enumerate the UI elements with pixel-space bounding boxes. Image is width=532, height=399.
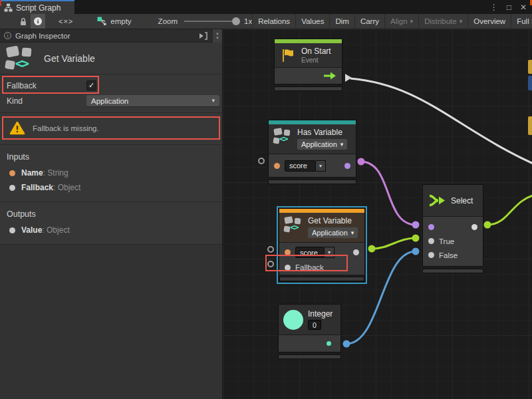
inspected-node-header: <> Get Variable (0, 43, 222, 74)
selection-output-port[interactable] (471, 224, 477, 230)
wire-endpoint-purple[interactable] (358, 158, 365, 166)
dim-button[interactable]: Dim (329, 14, 354, 29)
code-view-icon[interactable]: <×> (59, 17, 73, 25)
node-footer (274, 86, 342, 91)
wire-has-variable-to-select[interactable] (361, 162, 416, 225)
value-output-port[interactable] (353, 249, 359, 255)
overview-button[interactable]: Overview (467, 14, 511, 29)
unconnected-port-ring[interactable] (258, 158, 265, 164)
result-output-port[interactable] (344, 163, 350, 169)
wire-endpoint-blue[interactable] (412, 248, 420, 255)
variable-picker-button[interactable]: ▾ (325, 247, 334, 258)
node-footer (268, 180, 356, 184)
tab-title: Script Graph (16, 3, 61, 13)
inputs-section: Inputs Name: String Fallback: Object (0, 145, 222, 201)
unconnected-port-ring[interactable] (267, 261, 274, 267)
variables-icon: <> (284, 216, 303, 234)
carry-button[interactable]: Carry (354, 14, 384, 29)
wire-endpoint-green[interactable] (412, 235, 420, 242)
node-on-start[interactable]: On Start Event (274, 39, 342, 91)
chevron-down-icon: ▾ (351, 230, 354, 236)
false-port-label: False (439, 251, 458, 259)
kind-dropdown[interactable]: Application ▾ (86, 95, 219, 106)
window-tab-bar: Script Graph ⋮ □ ✕ (0, 0, 532, 14)
chevron-down-icon: ▾ (211, 98, 215, 104)
wire-get-variable-to-select-true[interactable] (372, 238, 416, 249)
node-footer (422, 269, 483, 273)
port-dot-gray (9, 185, 15, 191)
inspector-toggle-button[interactable]: i (31, 14, 45, 29)
wire-endpoint-purple[interactable] (412, 221, 420, 229)
scroll-down-icon[interactable]: ▼ (215, 36, 219, 41)
graph-canvas[interactable]: On Start Event <> (223, 29, 532, 399)
window-close-icon[interactable]: ✕ (520, 3, 527, 11)
output-row-value: Value: Object (0, 223, 222, 237)
kind-property-label: Kind (7, 96, 86, 106)
wire-endpoint-green[interactable] (368, 245, 376, 253)
zoom-slider-handle[interactable] (232, 17, 240, 25)
wire-endpoint-blue[interactable] (343, 340, 350, 348)
scope-dropdown[interactable]: Application ▾ (308, 227, 358, 238)
node-get-variable-selected[interactable]: <> Get Variable Application ▾ score ▾ (277, 206, 367, 284)
wire-endpoint-green[interactable] (484, 221, 491, 229)
wire-on-start-out[interactable] (350, 78, 532, 168)
unconnected-port-ring[interactable] (267, 246, 274, 253)
wire-select-out[interactable] (487, 194, 532, 225)
zoom-control: Zoom 1x (158, 17, 253, 25)
toolbar-buttons: Relations Values Dim Carry Align▾ Distri… (252, 14, 532, 29)
lock-icon (19, 17, 27, 26)
zoom-slider[interactable] (184, 21, 239, 22)
outputs-section: Outputs Value: Object (0, 202, 222, 244)
true-input-port[interactable] (428, 238, 434, 244)
distribute-button[interactable]: Distribute▾ (418, 14, 467, 29)
outputs-header: Outputs (0, 205, 222, 223)
node-title: Integer (308, 309, 332, 319)
integer-value-field[interactable]: 0 (308, 320, 321, 330)
variable-name-field[interactable]: score (285, 160, 316, 172)
tab-script-graph[interactable]: Script Graph (0, 0, 74, 14)
graph-pointer-icon (97, 17, 107, 26)
graph-pointer-breadcrumb[interactable]: empty (97, 17, 131, 26)
false-input-port[interactable] (428, 252, 434, 258)
variables-icon: <> (273, 128, 293, 146)
input-row-name: Name: String (0, 166, 222, 180)
align-button[interactable]: Align▾ (384, 14, 418, 29)
variable-picker-button[interactable]: ▾ (316, 160, 326, 172)
input-row-fallback: Fallback: Object (0, 180, 222, 195)
integer-literal-icon (283, 310, 303, 330)
variable-name-field[interactable]: score (295, 247, 325, 258)
node-integer[interactable]: Integer 0 (278, 304, 341, 359)
window-maximize-icon[interactable]: □ (507, 3, 511, 11)
inputs-header: Inputs (0, 148, 222, 166)
dock-panel-icon[interactable] (198, 32, 208, 40)
scope-dropdown[interactable]: Application ▾ (297, 139, 347, 150)
chevron-down-icon: ▾ (460, 19, 463, 25)
variables-icon: <> (5, 45, 36, 72)
fallback-input-port[interactable] (285, 265, 291, 271)
flag-icon (279, 47, 297, 63)
node-has-variable[interactable]: <> Has Variable Application ▾ score ▾ (268, 120, 356, 184)
relations-button[interactable]: Relations (252, 14, 295, 29)
inspector-title: Graph Inspector (15, 32, 70, 40)
node-select[interactable]: Select True False (422, 184, 483, 273)
zoom-label: Zoom (158, 17, 178, 25)
values-button[interactable]: Values (295, 14, 329, 29)
true-port-label: True (439, 237, 454, 245)
scroll-up-icon[interactable]: ▲ (215, 31, 219, 36)
wires-layer (223, 29, 532, 399)
exec-output-port[interactable] (323, 72, 336, 80)
name-input-port[interactable] (274, 163, 280, 169)
name-input-port[interactable] (285, 249, 291, 255)
node-footer (278, 354, 341, 359)
chevron-down-icon: ▾ (328, 249, 331, 255)
window-menu-icon[interactable]: ⋮ (490, 3, 498, 11)
fallback-checkbox[interactable]: ✓ (86, 80, 96, 90)
warning-message-box: Fallback is missing. (2, 116, 220, 140)
panel-scroll-spinner[interactable]: ▲ ▼ (212, 29, 222, 43)
inspector-titlebar: i Graph Inspector ▲ ▼ (0, 29, 222, 43)
lock-button[interactable] (16, 14, 31, 29)
integer-output-port[interactable] (327, 341, 331, 346)
condition-input-port[interactable] (428, 224, 434, 230)
full-screen-button[interactable]: Full Screen (511, 14, 532, 29)
port-dot-gray (9, 227, 15, 233)
